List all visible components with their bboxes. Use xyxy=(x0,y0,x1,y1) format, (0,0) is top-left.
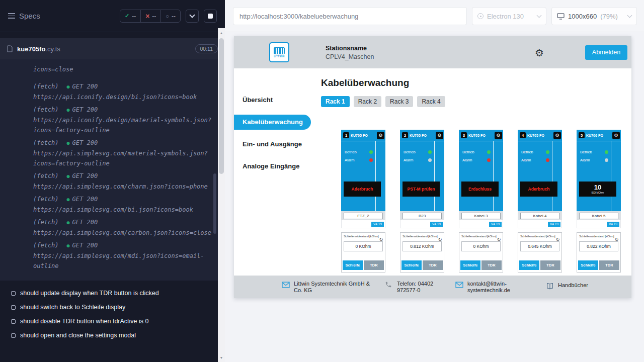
stat-failed[interactable]: -- xyxy=(140,10,160,22)
stat-pending[interactable]: -- xyxy=(160,10,180,22)
runner-scrollbar-thumb[interactable] xyxy=(213,173,216,234)
version-badge: V4.19 xyxy=(371,222,384,227)
log-request-line: (fetch)GET 200 xyxy=(33,194,212,205)
log-status: GET 200 xyxy=(67,219,98,226)
card-settings-gear-icon[interactable] xyxy=(377,132,384,139)
settings-gear-icon[interactable] xyxy=(534,47,545,58)
sidebar-item-label: Kabelüberwachung xyxy=(243,118,303,126)
test-runner-panel: Specs -- -- -- xyxy=(0,0,225,362)
sidebar-item-kabelüberwachung[interactable]: Kabelüberwachung xyxy=(234,115,311,130)
scroll-down-icon[interactable] xyxy=(218,354,225,361)
footer-item[interactable]: Littwin Systemtechnik GmbH & Co. KG xyxy=(282,281,385,294)
scroll-up-icon[interactable] xyxy=(218,29,225,36)
betrieb-label: Betrieb xyxy=(462,150,474,154)
logo-icon xyxy=(274,47,285,54)
card-number: 1 xyxy=(343,132,349,138)
alarm-led xyxy=(546,158,549,162)
collapse-button[interactable] xyxy=(186,10,199,23)
browser-select[interactable]: Electron 130 xyxy=(472,7,546,25)
cable-name-row: Kabel 4 xyxy=(518,211,562,220)
card-model: KÜ705-FO xyxy=(468,134,493,137)
card-settings-gear-icon[interactable] xyxy=(495,132,502,139)
tdr-button[interactable]: TDR xyxy=(481,260,502,270)
sidebar-item-ein-und-ausgänge[interactable]: Ein- und Ausgänge xyxy=(234,137,311,152)
log-label: (fetch) xyxy=(33,219,59,226)
log-entry: (fetch)GET 200 https://api.simplesvg.com… xyxy=(33,240,212,271)
schleife-button[interactable]: Schleife xyxy=(519,260,539,270)
device-card-display: 4 KÜ705-FO Betrieb Alarm Aderbruch xyxy=(518,130,562,211)
test-item[interactable]: should update display when TDR button is… xyxy=(11,290,217,297)
cable-name-field[interactable]: FTZ_2 xyxy=(344,213,383,219)
card-model: KÜ706-FO xyxy=(586,134,611,137)
betrieb-led xyxy=(369,150,373,154)
specs-label: Specs xyxy=(19,12,40,20)
card-settings-gear-icon[interactable] xyxy=(612,132,620,139)
chevron-down-icon xyxy=(627,13,632,18)
refresh-icon[interactable] xyxy=(615,234,619,243)
footer-item[interactable]: Telefon: 04402 972577-0 xyxy=(385,281,455,294)
tdr-button[interactable]: TDR xyxy=(599,260,619,270)
refresh-icon[interactable] xyxy=(379,234,383,243)
sidebar-item-analoge-eingänge[interactable]: Analoge Eingänge xyxy=(234,159,311,174)
log-label: (fetch) xyxy=(33,242,59,249)
test-bullet-icon xyxy=(11,305,16,310)
tdr-button[interactable]: TDR xyxy=(540,260,560,270)
loop-resistance-value: 0.812 KOhm xyxy=(403,241,442,251)
schleife-button[interactable]: Schleife xyxy=(401,260,422,270)
cable-name-field[interactable]: Kabel 3 xyxy=(461,213,501,219)
refresh-icon[interactable] xyxy=(438,234,442,243)
device-card: 4 KÜ705-FO Betrieb Alarm Aderbruch xyxy=(518,130,562,273)
card-settings-gear-icon[interactable] xyxy=(553,132,561,139)
status-big-unit: ISO MOhm xyxy=(591,191,604,194)
footer-item[interactable]: kontakt@littwin-systemtechnik.de xyxy=(455,281,546,294)
test-item[interactable]: should disable TDR button when tdrActive… xyxy=(11,318,217,325)
test-title: should open and close the settings modal xyxy=(20,332,136,339)
test-item[interactable]: should switch back to Schleife display xyxy=(11,304,217,311)
log-entry: (fetch)GET 200 https://api.simplesvg.com… xyxy=(33,171,212,192)
runner-controls: -- -- -- xyxy=(120,10,217,23)
footer-item[interactable]: Handbücher xyxy=(546,282,595,292)
cable-name-field[interactable]: B23 xyxy=(403,213,442,219)
card-indicators: Betrieb Alarm xyxy=(462,150,491,166)
specs-menu[interactable]: Specs xyxy=(8,12,40,20)
card-header: 2 KÜ705-FO xyxy=(400,130,444,141)
schleife-button[interactable]: Schleife xyxy=(460,260,480,270)
rack-tab-rack-4[interactable]: Rack 4 xyxy=(417,96,445,107)
schleife-button[interactable]: Schleife xyxy=(343,260,363,270)
alarm-led xyxy=(487,158,491,162)
rack-tab-rack-2[interactable]: Rack 2 xyxy=(354,96,381,107)
app-main: Kabelüberwachung Rack 1Rack 2Rack 3Rack … xyxy=(311,68,631,276)
sidebar-item-übersicht[interactable]: Übersicht xyxy=(234,93,311,108)
cable-name-row: FTZ_2 xyxy=(341,211,385,220)
alarm-row: Alarm xyxy=(462,158,491,162)
scrollbar-thumb[interactable] xyxy=(219,38,224,174)
stat-passed[interactable]: -- xyxy=(120,10,140,22)
status-display: 10 ISO MOhm xyxy=(579,182,616,197)
tdr-button[interactable]: TDR xyxy=(423,260,443,270)
test-item[interactable]: should open and close the settings modal xyxy=(11,332,217,339)
loop-resistance-label: Schleifenwiderstand [kOhm] xyxy=(459,233,503,238)
log-request-line: (fetch)GET 200 xyxy=(33,138,212,148)
viewport-control[interactable]: 1000x660 (79%) xyxy=(551,7,637,25)
loop-resistance-label: Schleifenwiderstand [kOhm] xyxy=(342,233,385,238)
rack-tab-rack-3[interactable]: Rack 3 xyxy=(385,96,413,107)
spec-file-header[interactable]: kue705fo.cy.ts 00:11 xyxy=(0,38,225,59)
tdr-button[interactable]: TDR xyxy=(364,260,384,270)
card-settings-gear-icon[interactable] xyxy=(436,132,443,139)
stop-button[interactable] xyxy=(204,10,217,23)
logout-button[interactable]: Abmelden xyxy=(585,45,627,60)
chevron-down-icon xyxy=(537,13,542,18)
url-input[interactable] xyxy=(233,7,467,25)
cable-name-field[interactable]: Kabel 4 xyxy=(520,213,559,219)
cable-name-field[interactable]: Kabel 5 xyxy=(579,213,618,219)
refresh-icon[interactable] xyxy=(556,234,560,243)
runner-scrollbar[interactable] xyxy=(218,28,225,362)
refresh-icon[interactable] xyxy=(497,234,501,243)
schleife-button[interactable]: Schleife xyxy=(578,260,598,270)
check-icon xyxy=(125,13,129,19)
stat-passed-count: -- xyxy=(132,13,136,20)
mode-buttons: Schleife TDR xyxy=(460,260,502,270)
station-label: Stationsname xyxy=(326,45,374,52)
status-display: Aderbruch xyxy=(344,182,381,197)
rack-tab-rack-1[interactable]: Rack 1 xyxy=(321,96,350,107)
